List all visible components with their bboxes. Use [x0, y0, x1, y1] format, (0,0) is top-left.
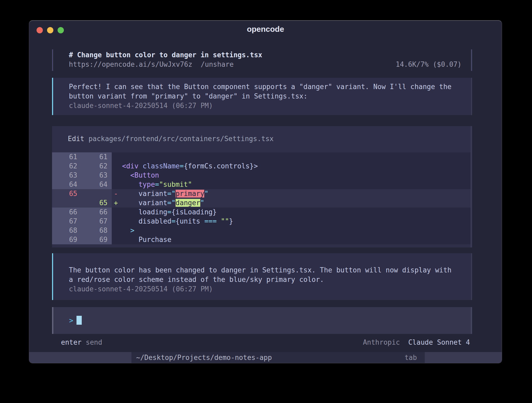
diff-row: 65+ variant="danger" — [52, 198, 470, 208]
working-directory: ~/Desktop/Projects/demo-notes-app — [136, 352, 272, 363]
unshare-command[interactable]: /unshare — [201, 60, 234, 69]
window-title: opencode — [29, 21, 502, 38]
line-number-old — [52, 198, 83, 208]
edit-tool-block: Editpackages/frontend/src/containers/Set… — [52, 126, 472, 247]
prompt-input[interactable]: > — [52, 307, 472, 334]
message-line: button variant from "primary" to "danger… — [69, 91, 471, 101]
line-number-old: 66 — [52, 208, 83, 217]
mode-toggle[interactable]: BUILDMODE — [425, 352, 502, 363]
line-number-old: 64 — [52, 180, 83, 189]
edit-tool-header: Editpackages/frontend/src/containers/Set… — [52, 134, 470, 143]
line-number-old: 61 — [52, 152, 83, 162]
diff-code-line: loading={isLoading} — [112, 208, 470, 217]
diff-row: 6464 type="submit" — [52, 180, 470, 189]
desktop-background: { "window": { "title": "opencode" }, "he… — [0, 0, 532, 403]
message-line: The button color has been changed to dan… — [69, 265, 471, 275]
model-name: Claude Sonnet 4 — [408, 338, 470, 346]
diff-row: 6767 disabled={units === ""} — [52, 217, 470, 226]
token-cost-stats: 14.6K/7% ($0.07) — [396, 60, 462, 69]
diff-row: 6363 <Button — [52, 171, 470, 180]
assistant-message: Perfect! I can see that the Button compo… — [52, 78, 472, 115]
app-version-segment: opencodev0.3.11 — [29, 352, 131, 363]
model-provider: Anthropic — [363, 338, 400, 346]
assistant-message: The button color has been changed to dan… — [52, 253, 472, 300]
opencode-window: opencode # Change button color to danger… — [29, 20, 502, 363]
line-number-old: 67 — [52, 217, 83, 226]
line-number-new: 69 — [83, 235, 112, 244]
diff-code-line: <Button — [112, 171, 470, 180]
message-meta: claude-sonnet-4-20250514 (06:27 PM) — [69, 284, 471, 294]
hint-row: enter send Anthropic Claude Sonnet 4 — [52, 338, 472, 347]
send-action-hint: send — [86, 338, 102, 347]
line-number-old: 63 — [52, 171, 83, 180]
text-cursor — [76, 316, 82, 325]
diff-code-line: <div className={formCs.controls}> — [112, 162, 470, 171]
line-number-new: 66 — [83, 208, 112, 217]
edit-tool-label: Edit — [68, 135, 84, 143]
diff-row: 6868 > — [52, 226, 470, 235]
diff-view: 61616262 <div className={formCs.controls… — [52, 152, 470, 244]
line-number-new: 61 — [83, 152, 112, 162]
line-number-old: 69 — [52, 235, 83, 244]
status-bar: opencodev0.3.11 ~/Desktop/Projects/demo-… — [29, 352, 502, 363]
edit-file-path: packages/frontend/src/containers/Setting… — [89, 135, 274, 143]
prompt-chevron: > — [69, 316, 73, 325]
line-number-new: 67 — [83, 217, 112, 226]
line-number-new: 63 — [83, 171, 112, 180]
session-header: # Change button color to danger in setti… — [52, 49, 472, 71]
diff-row: 6969 Purchase — [52, 235, 470, 244]
enter-key-hint: enter — [61, 338, 81, 347]
diff-code-line — [112, 152, 470, 162]
line-number-old: 68 — [52, 226, 83, 235]
message-line: a red/rose color scheme instead of the b… — [69, 275, 471, 284]
diff-row: 6666 loading={isLoading} — [52, 208, 470, 217]
line-number-new: 65 — [83, 198, 112, 208]
message-meta: claude-sonnet-4-20250514 (06:27 PM) — [69, 101, 471, 110]
session-subheader: https://opencode.ai/s/UwJxv76z /unshare … — [69, 60, 471, 69]
diff-code-line: disabled={units === ""} — [112, 217, 470, 226]
diff-code-line: Purchase — [112, 235, 470, 244]
tab-key-hint: tab — [405, 352, 417, 363]
diff-row: 6161 — [52, 152, 470, 162]
diff-code-line: + variant="danger" — [112, 198, 470, 208]
session-title: # Change button color to danger in setti… — [69, 50, 471, 60]
line-number-new — [83, 189, 112, 198]
diff-code-line: type="submit" — [112, 180, 470, 189]
model-indicator: Anthropic Claude Sonnet 4 — [363, 338, 470, 347]
diff-code-line: - variant="primary" — [112, 189, 470, 198]
titlebar: opencode — [29, 21, 502, 38]
diff-code-line: > — [112, 226, 470, 235]
line-number-new: 62 — [83, 162, 112, 171]
share-url-link[interactable]: https://opencode.ai/s/UwJxv76z — [69, 60, 192, 69]
line-number-old: 65 — [52, 189, 83, 198]
line-number-new: 64 — [83, 180, 112, 189]
diff-row: 6262 <div className={formCs.controls}> — [52, 162, 470, 171]
diff-row: 65- variant="primary" — [52, 189, 470, 198]
line-number-old: 62 — [52, 162, 83, 171]
message-line: Perfect! I can see that the Button compo… — [69, 82, 471, 91]
line-number-new: 68 — [83, 226, 112, 235]
